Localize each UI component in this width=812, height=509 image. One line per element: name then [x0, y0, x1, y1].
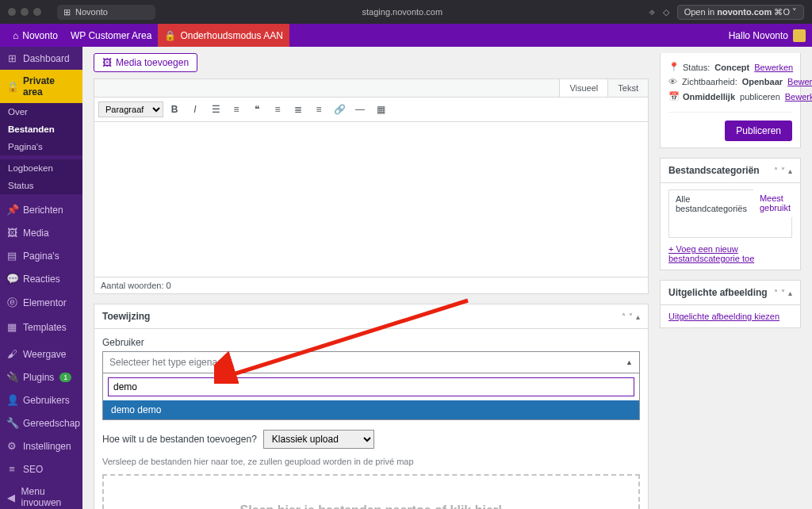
dashboard-icon: ⊞	[6, 52, 17, 64]
admin-topbar: ⌂Novonto WP Customer Area 🔒Onderhoudsmod…	[0, 24, 812, 47]
category-list[interactable]	[668, 217, 792, 238]
tab-text[interactable]: Tekst	[607, 79, 648, 97]
sidebar-sub-bestanden[interactable]: Bestanden	[0, 121, 82, 138]
maintenance-mode[interactable]: 🔒Onderhoudsmodus AAN	[158, 24, 289, 47]
sidebar-item-plugins[interactable]: 🔌Plugins1	[0, 365, 82, 388]
toggle-icon[interactable]: ▴	[788, 166, 792, 175]
quote-button[interactable]: ❝	[247, 100, 266, 119]
sidebar-item-elementor[interactable]: ⓔElementor	[0, 290, 82, 316]
move-up-icon[interactable]: ˄	[774, 166, 778, 175]
user-label: Gebruiker	[102, 337, 640, 348]
edit-visibility-link[interactable]: Bewerken	[787, 77, 812, 86]
media-icon: 🖾	[102, 57, 112, 68]
template-icon: ▦	[6, 321, 17, 333]
toggle-toolbar-button[interactable]: ▦	[371, 100, 390, 119]
edit-schedule-link[interactable]: Bewerken	[785, 92, 812, 101]
editor-toolbar: Paragraaf B I ☰ ≡ ❝ ≡ ≣ ≡ 🔗 — ▦	[94, 98, 648, 122]
users-icon: 👤	[6, 394, 17, 406]
edit-status-link[interactable]: Bewerken	[754, 63, 793, 72]
move-up-icon[interactable]: ˄	[622, 312, 626, 321]
tab-visual[interactable]: Visueel	[559, 79, 607, 97]
avatar[interactable]	[793, 29, 806, 42]
assignment-title: Toewijzing	[102, 311, 622, 322]
align-right-button[interactable]: ≡	[309, 100, 328, 119]
sidebar-item-berichten[interactable]: 📌Berichten	[0, 198, 82, 221]
tab-all-categories[interactable]: Alle bestandcategoriës	[668, 189, 754, 217]
bullet-list-button[interactable]: ☰	[206, 100, 225, 119]
move-down-icon[interactable]: ˅	[629, 312, 633, 321]
plugin-icon: 🔌	[6, 371, 17, 383]
open-in-button[interactable]: Open in novonto.com ⌘O ˅	[677, 5, 804, 20]
editor-textarea[interactable]	[94, 122, 648, 277]
upload-mode-select[interactable]: Klassiek upload	[263, 430, 374, 449]
featured-image-box: Uitgelichte afbeelding ˄˅▴ Uitgelichte a…	[660, 280, 801, 328]
lock-icon: 🔒	[164, 30, 176, 41]
categories-box: Bestandscategoriën ˄˅▴ Alle bestandcateg…	[660, 158, 801, 270]
sidebar-sub-status[interactable]: Status	[0, 177, 82, 194]
browser-tab[interactable]: ⊞ Novonto	[57, 5, 155, 20]
window-controls[interactable]	[8, 8, 41, 16]
editor: Visueel Tekst Paragraaf B I ☰ ≡ ❝ ≡ ≣ ≡ …	[94, 78, 649, 294]
home-icon: ⌂	[13, 30, 18, 41]
update-badge: 1	[59, 373, 71, 382]
comment-icon: 💬	[6, 273, 17, 285]
owner-type-select[interactable]: Selecteer het type eigenaar ▲	[102, 351, 640, 373]
brush-icon: 🖌	[6, 348, 17, 360]
sidebar-item-weergave[interactable]: 🖌Weergave	[0, 343, 82, 365]
tab-popular-categories[interactable]: Meest gebruikt	[753, 189, 797, 217]
page-icon: ▤	[6, 250, 17, 262]
admin-sidebar: ⊞Dashboard 🔒Private area Over Bestanden …	[0, 47, 82, 509]
sidebar-sub-paginas[interactable]: Pagina's	[0, 138, 82, 155]
align-center-button[interactable]: ≣	[289, 100, 308, 119]
align-left-button[interactable]: ≡	[268, 100, 287, 119]
add-category-link[interactable]: + Voeg een nieuw bestandscategorie toe	[668, 244, 792, 263]
shield-icon[interactable]: ◇	[663, 7, 669, 17]
sidebar-item-gebruikers[interactable]: 👤Gebruikers	[0, 388, 82, 411]
italic-button[interactable]: I	[186, 100, 205, 119]
toggle-icon[interactable]: ▴	[788, 289, 792, 297]
sidebar-item-templates[interactable]: ▦Templates	[0, 316, 82, 339]
sidebar-item-seo[interactable]: ≡SEO	[0, 457, 82, 480]
number-list-button[interactable]: ≡	[227, 100, 246, 119]
settings-icon: ⚙	[6, 440, 17, 452]
sidebar-sub-over[interactable]: Over	[0, 103, 82, 121]
extension-icon[interactable]: ⎆	[649, 7, 655, 17]
sidebar-collapse[interactable]: ◀Menu invouwen	[0, 480, 82, 509]
move-down-icon[interactable]: ˅	[781, 289, 785, 297]
move-up-icon[interactable]: ˄	[774, 289, 778, 297]
lock-icon: 🔒	[6, 81, 17, 93]
dropzone[interactable]: Sleep hier je bestanden naartoe of klik …	[102, 474, 640, 509]
tools-icon: 🔧	[6, 417, 17, 429]
customer-area-link[interactable]: WP Customer Area	[64, 24, 158, 47]
sidebar-item-gereedschap[interactable]: 🔧Gereedschap	[0, 411, 82, 434]
more-button[interactable]: —	[350, 100, 370, 119]
site-link[interactable]: ⌂Novonto	[6, 24, 64, 47]
sidebar-item-dashboard[interactable]: ⊞Dashboard	[0, 47, 82, 70]
collapse-icon: ◀	[6, 492, 16, 503]
owner-search-input[interactable]	[108, 377, 634, 396]
sidebar-item-media[interactable]: 🖾Media	[0, 221, 82, 244]
add-media-button[interactable]: 🖾Media toevoegen	[94, 53, 197, 72]
publish-button[interactable]: Publiceren	[725, 121, 792, 141]
set-featured-link[interactable]: Uitgelichte afbeelding kiezen	[668, 312, 779, 321]
bold-button[interactable]: B	[165, 100, 184, 119]
owner-option-demo[interactable]: demo demo	[103, 400, 639, 419]
link-button[interactable]: 🔗	[330, 100, 349, 119]
calendar-icon: 📅	[668, 91, 678, 101]
sidebar-item-reacties[interactable]: 💬Reacties	[0, 267, 82, 290]
toggle-icon[interactable]: ▴	[636, 312, 640, 321]
url-bar[interactable]: staging.novonto.com	[155, 7, 649, 17]
sidebar-item-instellingen[interactable]: ⚙Instellingen	[0, 434, 82, 457]
move-down-icon[interactable]: ˅	[781, 166, 785, 175]
lock-icon: ⊞	[63, 7, 71, 17]
greeting[interactable]: Hallo Novonto	[729, 30, 788, 41]
owner-dropdown: demo demo	[102, 373, 640, 420]
tab-title: Novonto	[75, 7, 108, 17]
eye-icon: 👁	[668, 77, 677, 86]
format-select[interactable]: Paragraaf	[98, 101, 163, 117]
browser-chrome: ⊞ Novonto staging.novonto.com ⎆ ◇ Open i…	[0, 0, 812, 24]
sidebar-sub-logboeken[interactable]: Logboeken	[0, 159, 82, 177]
sidebar-item-paginas[interactable]: ▤Pagina's	[0, 244, 82, 267]
sidebar-item-private-area[interactable]: 🔒Private area	[0, 70, 82, 103]
pin-icon: 📌	[6, 204, 17, 216]
